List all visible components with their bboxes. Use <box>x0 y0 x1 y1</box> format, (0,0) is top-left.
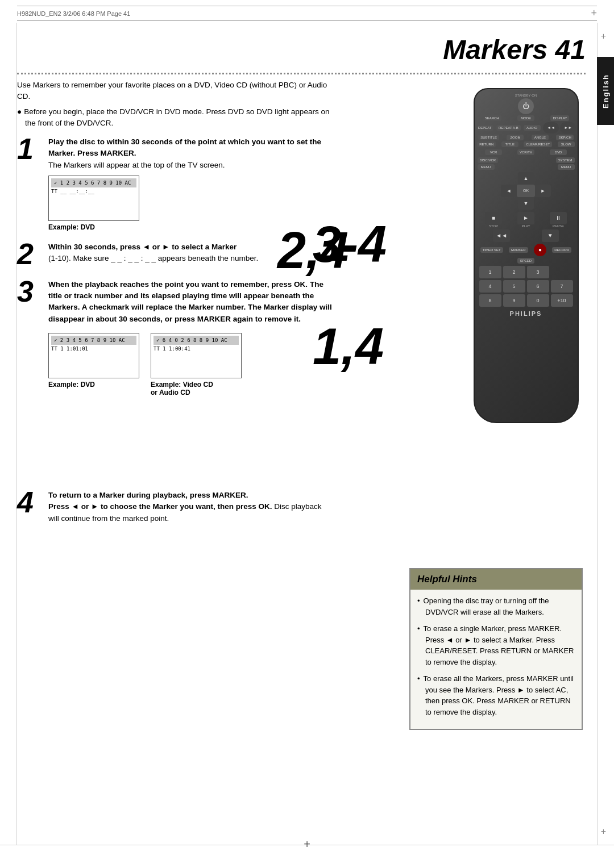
subtitle-btn[interactable]: SUBTITLE <box>478 135 499 140</box>
angle-btn[interactable]: ANGLE <box>532 135 549 140</box>
disc-vcr-btn[interactable]: DISC/VCR <box>478 157 499 163</box>
dpad-right[interactable]: ► <box>535 185 551 197</box>
ff-btn[interactable]: ▼ <box>542 229 559 242</box>
clear-reset-btn[interactable]: CLEAR/RESET <box>524 141 552 147</box>
screen-box-3a: ✓ 2 3 4 5 6 7 8 9 10 AC TT 1 1:01:01 <box>48 333 139 378</box>
step-3-title: When the playback reaches the point you … <box>48 279 335 325</box>
header-bar: H982NUD_EN2 3/2/06 6:48 PM Page 41 + <box>17 6 597 21</box>
menu-left-btn[interactable]: MENU <box>478 164 495 170</box>
step-1-desc: The Markers will appear at the top of th… <box>48 160 335 171</box>
repeat-btn[interactable]: REPEAT <box>476 125 494 131</box>
timer-marker-row: TIMER SET MARKER ● RECORD <box>478 244 575 256</box>
screen-box-step1: ✓ 1 2 3 4 5 6 7 8 9 10 AC TT __ __:__:__ <box>48 176 139 221</box>
btn-row-4: RETURN TITLE CLEAR/RESET SLOW <box>475 141 578 147</box>
pause-col: ⏸ PAUSE <box>550 212 567 228</box>
step-1-number: 1 <box>17 134 43 164</box>
num-6[interactable]: 6 <box>527 280 549 293</box>
screen-3a-line2: TT 1 1:01:01 <box>51 346 136 352</box>
skip-btns: ◄◄ ►► <box>543 122 576 133</box>
record-btn[interactable]: ● <box>534 244 546 256</box>
speed-btn[interactable]: SPEED <box>517 258 534 264</box>
num-4[interactable]: 4 <box>479 280 501 293</box>
hint-item-2: To erase a single Marker, press MARKER. … <box>417 623 575 667</box>
btn-row-5: VCR VCR/TV DVD <box>478 149 575 155</box>
right-margin <box>598 23 598 845</box>
hint-item-1: Opening the disc tray or turning off the… <box>417 595 575 617</box>
num-5[interactable]: 5 <box>503 280 525 293</box>
stop-btn[interactable]: ■ <box>485 212 502 224</box>
screen-line2-step1: TT __ __:__:__ <box>51 189 136 194</box>
step-3: 3 When the playback reaches the point yo… <box>17 279 335 397</box>
num-7[interactable]: 7 <box>551 280 573 293</box>
screen-box-3b: ✓ 6 4 0 2 6 8 8 9 10 AC TT 1 1:00:41 <box>151 333 242 378</box>
step-1: 1 Play the disc to within 30 seconds of … <box>17 136 335 231</box>
remote-control: STANDBY·ON ⏻ SEARCH MODE DISPLAY REPEAT … <box>469 88 583 429</box>
example-label-3a: Example: DVD <box>48 381 139 389</box>
dpad-ok[interactable]: OK <box>517 185 535 197</box>
num-0[interactable]: 0 <box>527 294 549 307</box>
remote-body: STANDBY·ON ⏻ SEARCH MODE DISPLAY REPEAT … <box>474 88 579 423</box>
vcr-btn[interactable]: VCR <box>485 149 502 155</box>
pause-btn[interactable]: ⏸ <box>550 212 567 224</box>
audio-btn[interactable]: AUDIO <box>524 125 541 131</box>
rew-btn[interactable]: ◄◄ <box>493 229 510 242</box>
playback-row: ■ STOP ► PLAY ⏸ PAUSE <box>478 212 575 228</box>
marker-btn[interactable]: MARKER <box>509 247 528 253</box>
record-label-btn[interactable]: RECORD <box>552 247 571 253</box>
big-number-14: 1,4 <box>313 324 384 370</box>
page-title: Markers 41 <box>443 34 586 65</box>
screen-3b-line2: TT 1 1:00:41 <box>154 346 239 352</box>
zoom-btn[interactable]: ZOOM <box>507 135 524 140</box>
title-btn[interactable]: TITLE <box>501 141 518 147</box>
menu-right-btn[interactable]: MENU <box>558 164 575 170</box>
screens-row: ✓ 2 3 4 5 6 7 8 9 10 AC TT 1 1:01:01 Exa… <box>48 328 335 397</box>
right-crosshair-top: + <box>601 31 606 41</box>
numpad: 1 2 3 4 5 6 7 8 9 0 +10 <box>479 266 573 307</box>
screen-line1-step1: ✓ 1 2 3 4 5 6 7 8 9 10 AC <box>51 178 136 187</box>
step-1-title: Play the disc to within 30 seconds of th… <box>48 136 335 160</box>
rew-ff-row: ◄◄ ▼ <box>478 229 575 242</box>
dpad-top-row: ▲ <box>518 172 534 185</box>
dpad-left[interactable]: ◄ <box>501 185 517 197</box>
slow-btn[interactable]: SLOW <box>558 141 575 147</box>
timer-set-btn[interactable]: TIMER SET <box>480 247 503 253</box>
num-3[interactable]: 3 <box>527 266 549 278</box>
system-btn[interactable]: SYSTEM <box>556 157 575 163</box>
intro-text: Use Markers to remember your favorite pl… <box>17 80 335 103</box>
speed-row: SPEED <box>478 258 575 264</box>
search-btn[interactable]: SEARCH <box>483 115 501 121</box>
return-btn[interactable]: RETURN <box>477 141 496 147</box>
screen-3b-line1: ✓ 6 4 0 2 6 8 8 9 10 AC <box>154 336 239 345</box>
example-label-3b: Example: Video CDor Audio CD <box>151 381 242 397</box>
num-8[interactable]: 8 <box>479 294 501 307</box>
play-btn[interactable]: ► <box>517 212 534 224</box>
dpad-up[interactable]: ▲ <box>518 172 534 185</box>
dvd-btn[interactable]: DVD <box>550 149 567 155</box>
hint-item-3: To erase all the Markers, press MARKER u… <box>417 673 575 717</box>
num-2[interactable]: 2 <box>503 266 525 278</box>
step-4-content: To return to a Marker during playback, p… <box>48 490 333 524</box>
vcr-tv-btn[interactable]: VCR/TV <box>517 149 534 155</box>
play-col: ► PLAY <box>517 212 534 228</box>
dpad-down[interactable]: ▼ <box>518 197 534 210</box>
play-label: PLAY <box>522 224 530 228</box>
num-9[interactable]: 9 <box>503 294 525 307</box>
skip-ch-btn[interactable]: SKP/CH <box>556 135 573 140</box>
stop-col: ■ STOP <box>485 212 502 228</box>
mode-btn[interactable]: MODE <box>517 115 534 121</box>
next-btn[interactable]: ►► <box>560 122 576 133</box>
display-btn[interactable]: DISPLAY <box>550 115 569 121</box>
prev-btn[interactable]: ◄◄ <box>543 122 559 133</box>
screen-3a-line1: ✓ 2 3 4 5 6 7 8 9 10 AC <box>51 336 136 345</box>
bottom-crosshair: + <box>304 838 310 851</box>
btn-row-1: SEARCH MODE DISPLAY <box>475 115 578 121</box>
left-margin <box>16 23 16 845</box>
num-1[interactable]: 1 <box>479 266 501 278</box>
repeat-ab-btn[interactable]: REPEAT A-B <box>496 125 521 131</box>
power-button[interactable]: ⏻ <box>518 98 534 114</box>
num-plus10[interactable]: +10 <box>551 294 573 307</box>
step-1-content: Play the disc to within 30 seconds of th… <box>48 136 335 231</box>
btn-row-6: DISC/VCR SYSTEM <box>478 157 575 163</box>
step-4-number: 4 <box>17 487 43 517</box>
btn-row-7: MENU MENU <box>478 164 575 170</box>
